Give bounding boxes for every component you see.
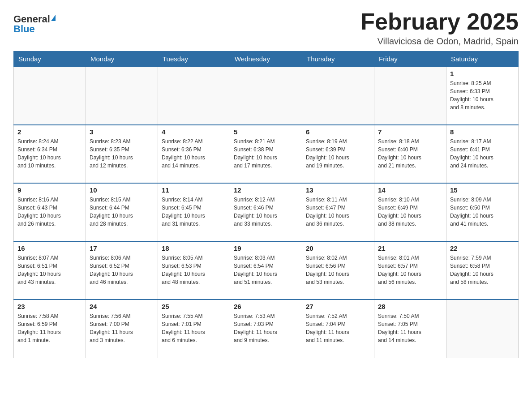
day-number: 12: [234, 186, 298, 194]
day-number: 26: [234, 303, 298, 310]
day-number: 18: [162, 244, 226, 252]
day-info: Sunrise: 8:21 AM Sunset: 6:38 PM Dayligh…: [234, 137, 298, 170]
day-info: Sunrise: 8:15 AM Sunset: 6:44 PM Dayligh…: [90, 196, 154, 228]
calendar-cell: 24Sunrise: 7:56 AM Sunset: 7:00 PM Dayli…: [86, 300, 158, 358]
logo: General Blue: [13, 9, 56, 35]
calendar-week-row: 23Sunrise: 7:58 AM Sunset: 6:59 PM Dayli…: [14, 300, 519, 358]
calendar-week-row: 1Sunrise: 8:25 AM Sunset: 6:33 PM Daylig…: [14, 67, 519, 125]
calendar-header-thursday: Thursday: [302, 51, 374, 67]
calendar-cell: 10Sunrise: 8:15 AM Sunset: 6:44 PM Dayli…: [86, 183, 158, 241]
day-number: 11: [162, 186, 226, 194]
day-info: Sunrise: 8:17 AM Sunset: 6:41 PM Dayligh…: [450, 137, 515, 170]
day-info: Sunrise: 7:53 AM Sunset: 7:03 PM Dayligh…: [234, 312, 298, 344]
calendar-cell: 16Sunrise: 8:07 AM Sunset: 6:51 PM Dayli…: [14, 241, 86, 300]
day-number: 15: [450, 186, 515, 194]
month-title: February 2025: [360, 9, 519, 34]
day-number: 27: [306, 303, 370, 310]
day-info: Sunrise: 7:56 AM Sunset: 7:00 PM Dayligh…: [90, 312, 154, 344]
day-number: 7: [378, 128, 442, 136]
calendar-cell: 19Sunrise: 8:03 AM Sunset: 6:54 PM Dayli…: [230, 241, 302, 300]
calendar-cell: 23Sunrise: 7:58 AM Sunset: 6:59 PM Dayli…: [14, 300, 86, 358]
day-info: Sunrise: 8:19 AM Sunset: 6:39 PM Dayligh…: [306, 137, 370, 170]
day-number: 20: [306, 244, 370, 252]
day-number: 16: [17, 244, 82, 252]
calendar-cell: [14, 67, 86, 125]
day-number: 1: [450, 70, 515, 77]
day-number: 6: [306, 128, 370, 136]
day-info: Sunrise: 8:07 AM Sunset: 6:51 PM Dayligh…: [17, 254, 82, 286]
day-info: Sunrise: 7:50 AM Sunset: 7:05 PM Dayligh…: [378, 312, 442, 344]
day-number: 25: [162, 303, 226, 310]
day-number: 17: [90, 244, 154, 252]
calendar-week-row: 2Sunrise: 8:24 AM Sunset: 6:34 PM Daylig…: [14, 125, 519, 183]
calendar-cell: 17Sunrise: 8:06 AM Sunset: 6:52 PM Dayli…: [86, 241, 158, 300]
calendar-header-friday: Friday: [374, 51, 446, 67]
day-number: 13: [306, 186, 370, 194]
calendar-cell: [230, 67, 302, 125]
calendar-header-row: SundayMondayTuesdayWednesdayThursdayFrid…: [14, 51, 519, 67]
day-info: Sunrise: 8:24 AM Sunset: 6:34 PM Dayligh…: [17, 137, 82, 170]
day-number: 4: [162, 128, 226, 136]
page-header: General Blue February 2025 Villaviciosa …: [13, 9, 519, 47]
calendar-header-monday: Monday: [86, 51, 158, 67]
calendar-cell: 28Sunrise: 7:50 AM Sunset: 7:05 PM Dayli…: [374, 300, 446, 358]
day-info: Sunrise: 7:59 AM Sunset: 6:58 PM Dayligh…: [450, 254, 515, 286]
day-info: Sunrise: 7:55 AM Sunset: 7:01 PM Dayligh…: [162, 312, 226, 344]
day-number: 9: [17, 186, 82, 194]
day-info: Sunrise: 8:25 AM Sunset: 6:33 PM Dayligh…: [450, 79, 515, 111]
calendar-cell: 21Sunrise: 8:01 AM Sunset: 6:57 PM Dayli…: [374, 241, 446, 300]
calendar-cell: 3Sunrise: 8:23 AM Sunset: 6:35 PM Daylig…: [86, 125, 158, 183]
day-info: Sunrise: 7:58 AM Sunset: 6:59 PM Dayligh…: [17, 312, 82, 344]
logo-triangle-icon: [51, 15, 56, 21]
calendar-cell: 6Sunrise: 8:19 AM Sunset: 6:39 PM Daylig…: [302, 125, 374, 183]
day-info: Sunrise: 8:05 AM Sunset: 6:53 PM Dayligh…: [162, 254, 226, 286]
calendar-cell: [374, 67, 446, 125]
day-number: 28: [378, 303, 442, 310]
day-number: 24: [90, 303, 154, 310]
calendar-table: SundayMondayTuesdayWednesdayThursdayFrid…: [13, 51, 519, 358]
calendar-cell: 13Sunrise: 8:11 AM Sunset: 6:47 PM Dayli…: [302, 183, 374, 241]
day-info: Sunrise: 8:11 AM Sunset: 6:47 PM Dayligh…: [306, 196, 370, 228]
calendar-cell: 2Sunrise: 8:24 AM Sunset: 6:34 PM Daylig…: [14, 125, 86, 183]
day-info: Sunrise: 8:10 AM Sunset: 6:49 PM Dayligh…: [378, 196, 442, 228]
calendar-cell: [86, 67, 158, 125]
day-info: Sunrise: 7:52 AM Sunset: 7:04 PM Dayligh…: [306, 312, 370, 344]
day-number: 14: [378, 186, 442, 194]
day-number: 2: [17, 128, 82, 136]
day-info: Sunrise: 8:03 AM Sunset: 6:54 PM Dayligh…: [234, 254, 298, 286]
calendar-cell: [302, 67, 374, 125]
calendar-cell: [446, 300, 519, 358]
logo-blue-text: Blue: [13, 23, 35, 35]
day-info: Sunrise: 8:16 AM Sunset: 6:43 PM Dayligh…: [17, 196, 82, 228]
day-number: 5: [234, 128, 298, 136]
day-info: Sunrise: 8:02 AM Sunset: 6:56 PM Dayligh…: [306, 254, 370, 286]
day-number: 3: [90, 128, 154, 136]
day-number: 22: [450, 244, 515, 252]
day-info: Sunrise: 8:12 AM Sunset: 6:46 PM Dayligh…: [234, 196, 298, 228]
day-info: Sunrise: 8:18 AM Sunset: 6:40 PM Dayligh…: [378, 137, 442, 170]
calendar-header-tuesday: Tuesday: [158, 51, 230, 67]
calendar-cell: 11Sunrise: 8:14 AM Sunset: 6:45 PM Dayli…: [158, 183, 230, 241]
calendar-cell: 26Sunrise: 7:53 AM Sunset: 7:03 PM Dayli…: [230, 300, 302, 358]
day-info: Sunrise: 8:22 AM Sunset: 6:36 PM Dayligh…: [162, 137, 226, 170]
calendar-cell: 27Sunrise: 7:52 AM Sunset: 7:04 PM Dayli…: [302, 300, 374, 358]
title-block: February 2025 Villaviciosa de Odon, Madr…: [360, 9, 519, 47]
calendar-cell: 12Sunrise: 8:12 AM Sunset: 6:46 PM Dayli…: [230, 183, 302, 241]
day-number: 10: [90, 186, 154, 194]
calendar-cell: 4Sunrise: 8:22 AM Sunset: 6:36 PM Daylig…: [158, 125, 230, 183]
day-number: 19: [234, 244, 298, 252]
day-number: 8: [450, 128, 515, 136]
day-number: 21: [378, 244, 442, 252]
day-info: Sunrise: 8:01 AM Sunset: 6:57 PM Dayligh…: [378, 254, 442, 286]
calendar-cell: 1Sunrise: 8:25 AM Sunset: 6:33 PM Daylig…: [446, 67, 519, 125]
calendar-header-sunday: Sunday: [14, 51, 86, 67]
calendar-cell: 22Sunrise: 7:59 AM Sunset: 6:58 PM Dayli…: [446, 241, 519, 300]
day-info: Sunrise: 8:06 AM Sunset: 6:52 PM Dayligh…: [90, 254, 154, 286]
calendar-header-wednesday: Wednesday: [230, 51, 302, 67]
calendar-cell: 8Sunrise: 8:17 AM Sunset: 6:41 PM Daylig…: [446, 125, 519, 183]
calendar-cell: 25Sunrise: 7:55 AM Sunset: 7:01 PM Dayli…: [158, 300, 230, 358]
day-info: Sunrise: 8:23 AM Sunset: 6:35 PM Dayligh…: [90, 137, 154, 170]
location-subtitle: Villaviciosa de Odon, Madrid, Spain: [360, 36, 519, 47]
calendar-cell: 5Sunrise: 8:21 AM Sunset: 6:38 PM Daylig…: [230, 125, 302, 183]
calendar-week-row: 9Sunrise: 8:16 AM Sunset: 6:43 PM Daylig…: [14, 183, 519, 241]
